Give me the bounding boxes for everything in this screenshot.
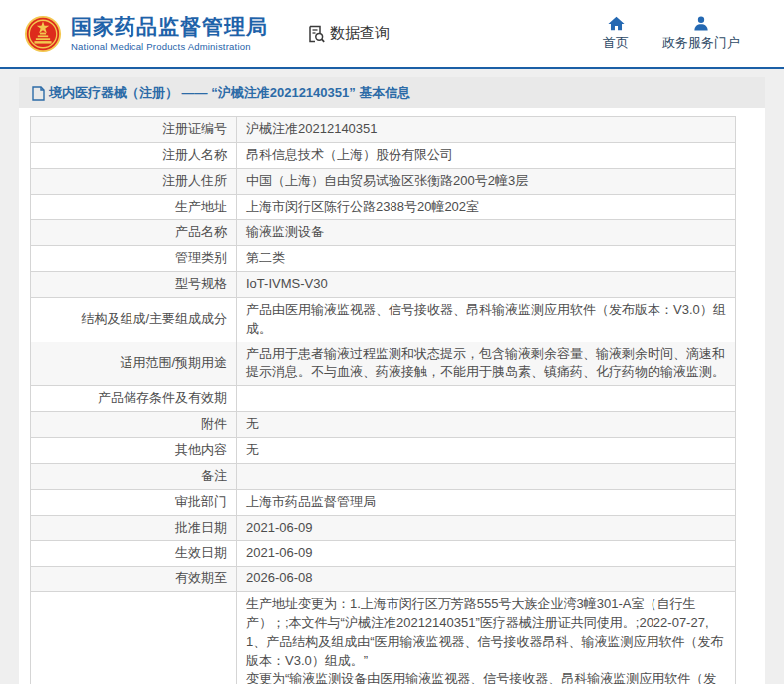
info-table-body: 注册证编号沪械注准20212140351注册人名称昂科信息技术（上海）股份有限公…	[31, 117, 736, 684]
row-label: 备注	[31, 463, 237, 489]
data-query-nav[interactable]: 数据查询	[306, 24, 390, 44]
registration-info-table: 注册证编号沪械注准20212140351注册人名称昂科信息技术（上海）股份有限公…	[30, 116, 736, 684]
table-row: 产品名称输液监测设备	[31, 220, 736, 246]
row-value	[237, 386, 736, 412]
table-row: 产品储存条件及有效期	[31, 386, 736, 412]
table-row: 管理类别第二类	[31, 246, 736, 272]
row-value: 生产地址变更为：1.上海市闵行区万芳路555号大族企业湾3幢301-A室（自行生…	[237, 592, 736, 684]
row-label: 管理类别	[31, 246, 237, 272]
row-label: 其他内容	[31, 437, 237, 463]
page-icon	[32, 86, 45, 101]
row-label: 适用范围/预期用途	[31, 342, 237, 386]
table-row: 适用范围/预期用途产品用于患者输液过程监测和状态提示，包含输液剩余容量、输液剩余…	[31, 342, 736, 386]
data-query-label: 数据查询	[330, 24, 390, 43]
row-label: 型号规格	[31, 272, 237, 298]
row-value: 沪械注准20212140351	[237, 117, 736, 143]
row-value: 第二类	[237, 246, 736, 272]
row-label: 变更情况	[31, 592, 237, 684]
nmpa-logo: 国家药品监督管理局 National Medical Products Admi…	[24, 15, 268, 53]
nav-gov-portal[interactable]: 政务服务门户	[662, 16, 740, 52]
table-row: 批准日期2021-06-09	[31, 515, 736, 541]
home-icon	[608, 16, 625, 31]
row-value: 产品用于患者输液过程监测和状态提示，包含输液剩余容量、输液剩余时间、滴速和提示消…	[237, 342, 736, 386]
table-row: 其他内容无	[31, 437, 736, 463]
row-label: 有效期至	[31, 567, 237, 592]
row-label: 注册证编号	[31, 117, 237, 143]
table-row: 结构及组成/主要组成成分产品由医用输液监视器、信号接收器、昂科输液监测应用软件（…	[31, 297, 736, 342]
table-row: 审批部门上海市药品监督管理局	[31, 489, 736, 515]
document-search-icon	[306, 24, 326, 44]
table-row: 附件无	[31, 412, 736, 438]
row-label: 批准日期	[31, 515, 237, 541]
table-row: 注册证编号沪械注准20212140351	[31, 117, 736, 143]
breadcrumb: 境内医疗器械（注册） —— “沪械注准20212140351” 基本信息	[19, 77, 765, 108]
row-value	[237, 463, 736, 489]
nav-home-label: 首页	[603, 34, 629, 52]
row-value: 上海市闵行区陈行公路2388号20幢202室	[237, 194, 736, 220]
table-row: 有效期至2026-06-08	[31, 567, 736, 592]
table-row: 型号规格IoT-IVMS-V30	[31, 272, 736, 298]
row-value: 2026-06-08	[237, 567, 736, 592]
row-label: 生产地址	[31, 194, 237, 220]
person-icon	[693, 16, 709, 31]
national-emblem-icon	[24, 15, 62, 53]
row-label: 产品储存条件及有效期	[31, 386, 237, 412]
table-row: 注册人名称昂科信息技术（上海）股份有限公司	[31, 142, 736, 168]
row-value: 无	[237, 437, 736, 463]
row-label: 结构及组成/主要组成成分	[31, 297, 237, 342]
row-value: 无	[237, 412, 736, 438]
nav-home[interactable]: 首页	[603, 16, 629, 52]
row-value: 昂科信息技术（上海）股份有限公司	[237, 142, 736, 168]
content-area: 境内医疗器械（注册） —— “沪械注准20212140351” 基本信息 注册证…	[0, 69, 784, 684]
table-row: 注册人住所中国（上海）自由贸易试验区张衡路200号2幢3层	[31, 168, 736, 194]
row-label: 附件	[31, 412, 237, 438]
row-value: 产品由医用输液监视器、信号接收器、昂科输液监测应用软件（发布版本：V3.0）组成…	[237, 297, 736, 342]
registration-card: 注册证编号沪械注准20212140351注册人名称昂科信息技术（上海）股份有限公…	[19, 108, 765, 684]
site-title: 国家药品监督管理局	[71, 15, 268, 38]
row-label: 注册人住所	[31, 168, 237, 194]
site-header: 国家药品监督管理局 National Medical Products Admi…	[0, 0, 784, 69]
breadcrumb-text: 境内医疗器械（注册） —— “沪械注准20212140351” 基本信息	[49, 84, 410, 102]
table-row: 备注	[31, 463, 736, 489]
row-value: 2021-06-09	[237, 515, 736, 541]
row-label: 审批部门	[31, 489, 237, 515]
table-row: 变更情况生产地址变更为：1.上海市闵行区万芳路555号大族企业湾3幢301-A室…	[31, 592, 736, 684]
row-label: 注册人名称	[31, 142, 237, 168]
site-subtitle: National Medical Products Administration	[71, 41, 268, 52]
row-value: 中国（上海）自由贸易试验区张衡路200号2幢3层	[237, 168, 736, 194]
row-value: 上海市药品监督管理局	[237, 489, 736, 515]
nav-gov-portal-label: 政务服务门户	[662, 34, 740, 52]
row-value: 输液监测设备	[237, 220, 736, 246]
table-row: 生产地址上海市闵行区陈行公路2388号20幢202室	[31, 194, 736, 220]
row-value: 2021-06-09	[237, 541, 736, 567]
row-label: 产品名称	[31, 220, 237, 246]
row-label: 生效日期	[31, 541, 237, 567]
table-row: 生效日期2021-06-09	[31, 541, 736, 567]
row-value: IoT-IVMS-V30	[237, 272, 736, 298]
